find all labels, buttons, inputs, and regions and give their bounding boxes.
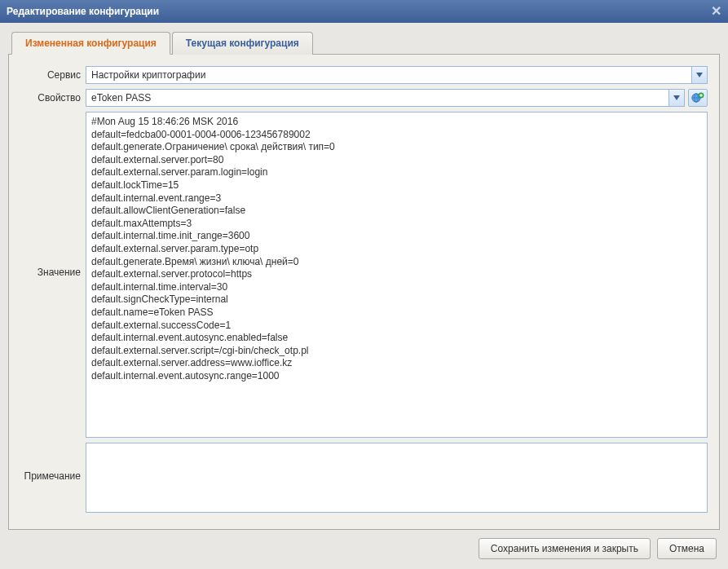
form-panel: Сервис Свойство <box>8 54 720 530</box>
label-note: Примечание <box>20 470 86 482</box>
tab-label: Текущая конфигурация <box>186 37 299 49</box>
field-property <box>86 89 708 107</box>
close-icon[interactable]: ✕ <box>711 5 721 18</box>
tab-current-config[interactable]: Текущая конфигурация <box>172 32 313 55</box>
globe-plus-icon <box>691 92 704 104</box>
window-title: Редактирование конфигурации <box>7 6 159 17</box>
label-service: Сервис <box>20 69 86 81</box>
label-value: Значение <box>20 267 86 278</box>
footer: Сохранить изменения и закрыть Отмена <box>0 530 728 569</box>
row-value: Значение <box>20 112 708 438</box>
property-input[interactable] <box>86 89 668 107</box>
property-dropdown-button[interactable] <box>668 89 685 107</box>
value-textarea[interactable] <box>86 112 708 438</box>
label-property: Свойство <box>20 92 86 104</box>
service-input[interactable] <box>86 66 691 84</box>
service-dropdown-button[interactable] <box>691 66 708 84</box>
property-combo[interactable] <box>86 89 685 107</box>
titlebar: Редактирование конфигурации ✕ <box>0 0 728 23</box>
save-button[interactable]: Сохранить изменения и закрыть <box>479 538 651 559</box>
field-service <box>86 66 708 84</box>
note-textarea[interactable] <box>86 443 708 513</box>
row-property: Свойство <box>20 89 708 107</box>
tab-label: Измененная конфигурация <box>25 37 157 49</box>
tabstrip: Измененная конфигурация Текущая конфигур… <box>8 32 720 55</box>
row-service: Сервис <box>20 66 708 84</box>
window-body: Измененная конфигурация Текущая конфигур… <box>0 23 728 530</box>
chevron-down-icon <box>673 95 680 100</box>
service-combo[interactable] <box>86 66 708 84</box>
add-property-button[interactable] <box>688 89 708 107</box>
cancel-button[interactable]: Отмена <box>657 538 717 559</box>
config-edit-window: Редактирование конфигурации ✕ Измененная… <box>0 0 728 569</box>
row-note: Примечание <box>20 443 708 516</box>
chevron-down-icon <box>696 73 703 77</box>
tab-changed-config[interactable]: Измененная конфигурация <box>11 32 170 55</box>
